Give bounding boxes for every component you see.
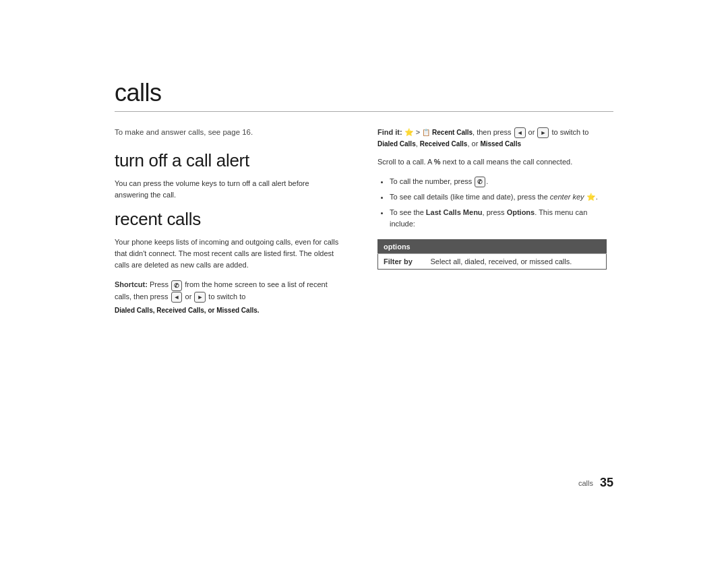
right-key: ► xyxy=(194,292,206,303)
call-key: ✆ xyxy=(475,177,485,187)
page: calls To make and answer calls, see page… xyxy=(88,52,640,510)
left-column: To make and answer calls, see page 16. t… xyxy=(115,127,344,314)
percent-icon: % xyxy=(434,156,441,168)
shortcut-bold-text: Dialed Calls, Received Calls, or Missed … xyxy=(115,307,344,314)
options-table: options Filter by Select all, dialed, re… xyxy=(377,239,607,270)
table-row: Filter by Select all, dialed, received, … xyxy=(378,254,607,270)
content-columns: To make and answer calls, see page 16. t… xyxy=(115,127,613,314)
intro-text: To make and answer calls, see page 16. xyxy=(115,127,344,138)
section-heading-recent-calls: recent calls xyxy=(115,209,344,230)
footer-page-number: 35 xyxy=(600,476,613,490)
dialed-calls-label: Dialed Calls xyxy=(377,140,416,148)
left-key: ◄ xyxy=(171,292,183,303)
shortcut-text: Shortcut: Press ✆ from the home screen t… xyxy=(115,279,344,302)
bullet-call-details: To see call details (like time and date)… xyxy=(390,191,607,203)
recent-calls-body: Your phone keeps lists of incoming and o… xyxy=(115,237,344,271)
options-table-header: options xyxy=(378,240,607,254)
bullet-last-calls-menu: To see the Last Calls Menu, press Option… xyxy=(390,207,607,230)
bullet-list: To call the number, press ✆. To see call… xyxy=(390,176,607,230)
center-key-label: center key xyxy=(550,193,584,201)
center-key-icon: ⭐ xyxy=(586,193,596,201)
page-footer: calls 35 xyxy=(578,476,613,490)
find-it-text: Find it: ⭐ > 📋 Recent Calls, then press … xyxy=(377,127,607,150)
recent-calls-key: ✆ xyxy=(171,280,182,291)
footer-section: calls xyxy=(578,479,593,487)
missed-calls-label: Missed Calls xyxy=(480,140,521,148)
nav-arrow-icon: ⭐ > xyxy=(404,128,423,136)
shortcut-label: Shortcut: xyxy=(115,280,148,288)
filter-by-value: Select all, dialed, received, or missed … xyxy=(425,254,607,270)
find-it-label: Find it: xyxy=(377,128,402,136)
find-right-key: ► xyxy=(537,127,549,138)
received-calls-label: Received Calls xyxy=(420,140,468,148)
filter-by-label: Filter by xyxy=(378,254,425,270)
options-label: Options xyxy=(507,208,535,216)
right-column: Find it: ⭐ > 📋 Recent Calls, then press … xyxy=(377,127,607,314)
last-calls-menu-label: Last Calls Menu xyxy=(426,208,483,216)
section-heading-turn-off: turn off a call alert xyxy=(115,150,344,171)
bullet-call-number: To call the number, press ✆. xyxy=(390,176,607,187)
turn-off-body: You can press the volume keys to turn of… xyxy=(115,178,344,201)
recent-calls-menu-label: 📋 Recent Calls xyxy=(422,129,473,136)
title-divider xyxy=(115,111,613,112)
scroll-text: Scroll to a call. A % next to a call mea… xyxy=(377,156,607,168)
page-title: calls xyxy=(115,79,613,107)
find-left-key: ◄ xyxy=(514,127,526,138)
